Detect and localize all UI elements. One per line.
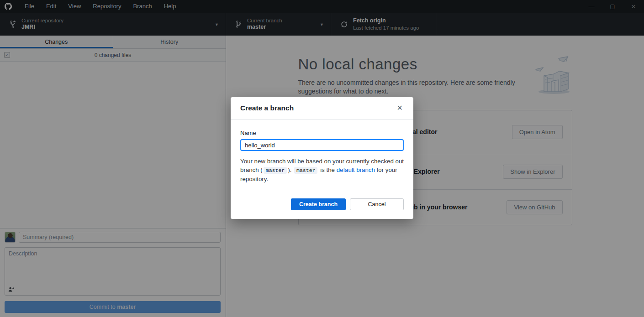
default-branch-link[interactable]: default branch [337, 166, 375, 173]
branch-code-chip: master [264, 167, 287, 174]
cancel-button[interactable]: Cancel [350, 198, 404, 210]
dialog-text: ). [288, 166, 293, 173]
dialog-close-icon[interactable]: ✕ [396, 104, 404, 113]
branch-name-input[interactable] [240, 139, 404, 151]
create-branch-button[interactable]: Create branch [291, 198, 346, 210]
dialog-description: Your new branch will be based on your cu… [240, 157, 404, 183]
branch-code-chip: master [294, 167, 317, 174]
branch-name-label: Name [240, 130, 404, 136]
dialog-text: is the [318, 166, 336, 173]
dialog-title: Create a branch [240, 104, 294, 112]
create-branch-dialog: Create a branch ✕ Name Your new branch w… [231, 97, 413, 219]
